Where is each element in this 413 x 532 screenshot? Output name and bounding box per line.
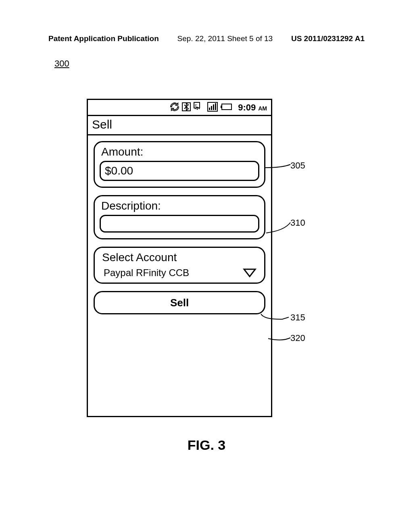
figure-caption: FIG. 3 <box>0 437 413 453</box>
